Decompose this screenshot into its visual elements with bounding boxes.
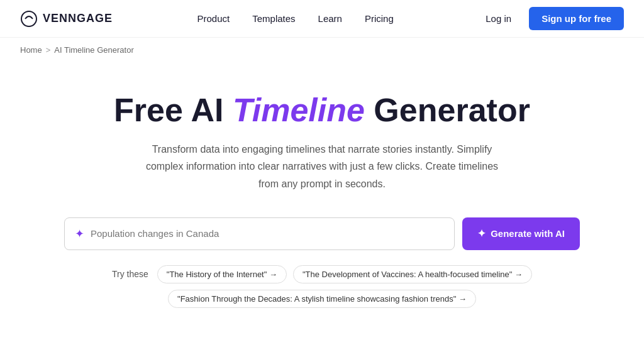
search-input[interactable] — [91, 228, 444, 239]
hero-title-highlight: Timeline — [233, 92, 365, 128]
try-these-label: Try these — [112, 269, 148, 279]
search-area: ✦ ✦ Generate with AI — [64, 217, 580, 250]
try-chip-3[interactable]: "Fashion Through the Decades: A stylish … — [168, 290, 476, 308]
hero-title: Free AI Timeline Generator — [114, 92, 530, 128]
generate-button-label: Generate with AI — [491, 228, 565, 239]
breadcrumb-current: AI Timeline Generator — [54, 45, 133, 55]
header: VENNGAGE Product Templates Learn Pricing… — [0, 0, 644, 38]
breadcrumb-home-link[interactable]: Home — [20, 45, 42, 55]
login-button[interactable]: Log in — [478, 8, 519, 29]
nav-templates[interactable]: Templates — [252, 13, 295, 24]
nav-product[interactable]: Product — [197, 13, 230, 24]
logo[interactable]: VENNGAGE — [20, 10, 113, 28]
generate-sparkle-icon: ✦ — [477, 228, 486, 239]
hero-section: Free AI Timeline Generator Transform dat… — [0, 62, 644, 328]
svg-point-0 — [21, 11, 36, 26]
header-actions: Log in Sign up for free — [478, 7, 624, 30]
signup-button[interactable]: Sign up for free — [529, 7, 624, 30]
hero-subtitle: Transform data into engaging timelines t… — [140, 141, 504, 192]
try-chip-1[interactable]: "The History of the Internet" → — [157, 265, 287, 283]
logo-text: VENNGAGE — [43, 12, 113, 25]
breadcrumb-separator: > — [46, 45, 51, 55]
sparkle-icon: ✦ — [75, 227, 84, 241]
nav-learn[interactable]: Learn — [318, 13, 342, 24]
try-chip-2[interactable]: "The Development of Vaccines: A health-f… — [293, 265, 532, 283]
search-input-wrapper: ✦ — [64, 217, 455, 250]
hero-title-part1: Free AI — [114, 92, 233, 128]
try-these-area: Try these "The History of the Internet" … — [64, 265, 580, 308]
generate-button[interactable]: ✦ Generate with AI — [462, 217, 580, 250]
logo-icon — [20, 10, 38, 28]
breadcrumb: Home > AI Timeline Generator — [0, 38, 644, 62]
hero-title-part2: Generator — [365, 92, 530, 128]
main-nav: Product Templates Learn Pricing — [197, 13, 394, 24]
nav-pricing[interactable]: Pricing — [365, 13, 394, 24]
